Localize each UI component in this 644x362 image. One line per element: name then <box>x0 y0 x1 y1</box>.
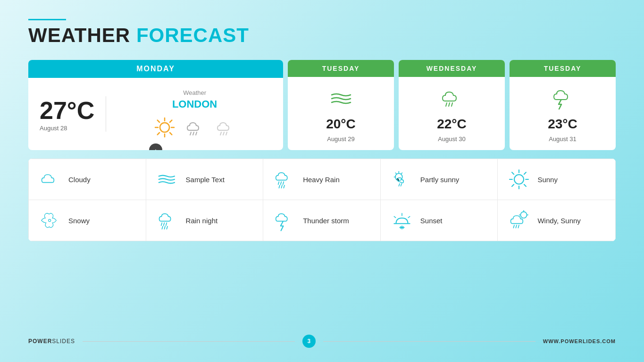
svg-line-23 <box>284 185 285 188</box>
tuesday2-body: 23°C August 31 <box>510 77 616 150</box>
svg-line-38 <box>512 185 514 186</box>
svg-line-15 <box>446 103 447 106</box>
svg-line-10 <box>193 132 194 135</box>
svg-line-18 <box>278 182 279 185</box>
svg-point-40 <box>49 219 51 222</box>
svg-line-9 <box>190 132 191 135</box>
svg-line-11 <box>196 132 197 135</box>
monday-icons <box>153 116 236 139</box>
legend-label-rainnight: Rain night <box>186 217 218 225</box>
tuesday2-date: August 31 <box>549 135 577 143</box>
svg-line-46 <box>167 227 167 229</box>
svg-line-8 <box>170 120 172 122</box>
legend-label-wind: Sample Text <box>186 176 225 184</box>
svg-line-13 <box>223 132 224 135</box>
svg-line-37 <box>524 185 526 186</box>
svg-point-55 <box>521 212 527 218</box>
wednesday-temp: 22°C <box>437 117 467 132</box>
monday-body: 27°C August 28 Weather LONDON <box>28 78 283 150</box>
wednesday-date: August 30 <box>438 135 466 143</box>
legend-label-sunny: Sunny <box>537 176 558 184</box>
cloud-legend-icon <box>38 168 62 191</box>
title-weather: WEATHER <box>28 24 130 46</box>
monday-temperature: 27°C <box>40 96 94 125</box>
svg-line-5 <box>157 120 159 122</box>
sun-icon <box>153 116 176 139</box>
svg-line-42 <box>163 223 164 226</box>
monday-card: MONDAY 27°C August 28 Weather LONDON <box>28 60 283 150</box>
tuesday2-card: TUESDAY 23°C August 31 <box>510 60 616 150</box>
monday-weather-label: Weather <box>183 89 206 96</box>
sunny-legend-icon <box>507 168 531 191</box>
svg-point-0 <box>160 123 169 132</box>
snowy-legend-icon <box>38 209 62 232</box>
legend-label-cloudy: Cloudy <box>68 176 91 184</box>
wednesday-card: WEDNESDAY 22°C August 30 <box>399 60 505 150</box>
legend-cell-sunny: Sunny <box>498 159 615 200</box>
svg-line-28 <box>401 173 402 174</box>
svg-line-36 <box>512 172 514 174</box>
svg-line-59 <box>514 225 515 228</box>
wednesday-body: 22°C August 30 <box>399 77 505 150</box>
legend-cell-rainnight: Rain night <box>146 200 264 241</box>
svg-line-45 <box>164 227 165 229</box>
legend-label-heavyrain: Heavy Rain <box>303 176 340 184</box>
footer-brand: POWERSLIDES <box>28 338 75 345</box>
brand-bold: POWER <box>28 338 52 345</box>
svg-line-16 <box>449 103 450 106</box>
legend-cell-partlysunny: Partly sunny <box>381 159 498 200</box>
monday-date: August 28 <box>40 125 67 132</box>
legend-grid: Cloudy Sample Text <box>28 159 616 241</box>
tuesday-date: August 29 <box>327 135 355 143</box>
rain-cloud-icon-wed <box>438 84 466 113</box>
wind-legend-icon <box>156 168 179 191</box>
legend-cell-cloudy: Cloudy <box>29 159 146 200</box>
legend-label-snowy: Snowy <box>68 217 90 225</box>
monday-weather-section: Weather LONDON <box>106 89 272 139</box>
page-number: 3 <box>302 335 316 348</box>
title-forecast: FORECAST <box>136 24 249 46</box>
legend-label-partlysunny: Partly sunny <box>420 176 460 184</box>
monday-header: MONDAY <box>28 60 283 78</box>
tuesday2-temp: 23°C <box>548 117 577 132</box>
wednesday-header: WEDNESDAY <box>399 60 505 77</box>
header: WEATHER FORECAST <box>28 19 616 47</box>
cloud-rain-icon <box>184 116 206 139</box>
legend-cell-snowy: Snowy <box>29 200 146 241</box>
monday-temp-section: 27°C August 28 <box>40 96 106 132</box>
svg-line-27 <box>395 173 397 174</box>
monday-city: LONDON <box>172 98 217 110</box>
svg-line-39 <box>524 172 526 174</box>
svg-line-30 <box>401 184 401 186</box>
forecast-section: MONDAY 27°C August 28 Weather LONDON <box>28 60 616 150</box>
svg-line-20 <box>283 182 284 185</box>
sunset-legend-icon <box>390 209 414 232</box>
svg-line-14 <box>226 132 227 135</box>
svg-line-44 <box>162 227 163 229</box>
svg-line-50 <box>408 217 410 218</box>
rainnight-legend-icon <box>156 209 179 232</box>
brand-light: SLIDES <box>52 338 75 345</box>
svg-line-7 <box>157 133 159 135</box>
legend-section: Cloudy Sample Text <box>28 159 616 241</box>
svg-line-12 <box>220 132 221 135</box>
svg-line-60 <box>516 225 517 228</box>
legend-label-sunset: Sunset <box>420 217 443 225</box>
svg-line-21 <box>279 185 280 188</box>
thunder-cloud-icon <box>549 84 577 113</box>
legend-cell-heavyrain: Heavy Rain <box>263 159 381 200</box>
wind-icon-tuesday <box>327 84 355 113</box>
footer-line-right <box>323 341 535 342</box>
legend-cell-sunset: Sunset <box>381 200 498 241</box>
footer-website: WWW.POWERLIDES.COM <box>543 338 616 344</box>
footer-line-left <box>83 341 295 342</box>
svg-line-41 <box>161 223 162 226</box>
page-container: WEATHER FORECAST MONDAY 27°C August 28 W… <box>0 0 644 362</box>
tuesday-temp: 20°C <box>326 117 356 132</box>
header-accent-line <box>28 19 66 20</box>
svg-line-6 <box>170 133 172 135</box>
heavyrain-legend-icon <box>273 168 296 191</box>
svg-line-17 <box>452 103 452 106</box>
svg-point-31 <box>514 175 524 184</box>
tuesday-header: TUESDAY <box>288 60 394 77</box>
